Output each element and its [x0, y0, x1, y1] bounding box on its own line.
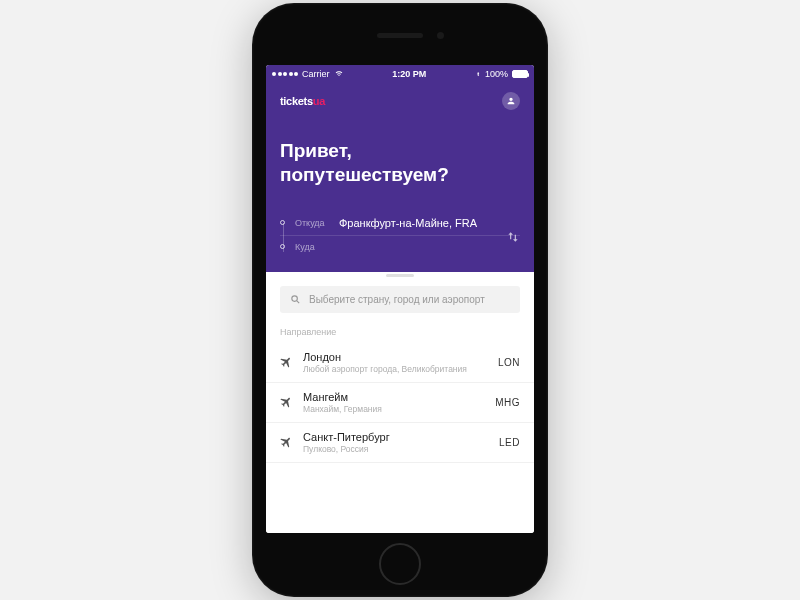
bluetooth-icon	[475, 70, 481, 79]
destination-text: Лондон Любой аэропорт города, Великобрит…	[303, 351, 488, 374]
destination-city: Санкт-Питербург	[303, 431, 489, 443]
destination-sub: Пулково, Россия	[303, 444, 489, 454]
section-title: Направление	[266, 323, 534, 343]
user-icon	[506, 96, 516, 106]
phone-frame: Carrier 1:20 PM 100% ticketsua Привет,	[252, 3, 548, 597]
search-icon	[290, 294, 301, 305]
app-screen: Carrier 1:20 PM 100% ticketsua Привет,	[266, 65, 534, 533]
route-selector: Откуда Франкфурт-на-Майне, FRA Куда	[266, 203, 534, 272]
plane-icon	[280, 356, 293, 369]
home-button[interactable]	[379, 543, 421, 585]
greeting-line-1: Привет,	[280, 139, 520, 163]
phone-camera	[437, 32, 444, 39]
destination-text: Мангейм Манхайм, Германия	[303, 391, 485, 414]
destination-code: MHG	[495, 397, 520, 408]
destination-row[interactable]: Лондон Любой аэропорт города, Великобрит…	[266, 343, 534, 383]
wifi-icon	[334, 70, 344, 78]
from-dot-icon	[280, 220, 285, 225]
from-value: Франкфурт-на-Майне, FRA	[339, 217, 520, 229]
search-placeholder: Выберите страну, город или аэропорт	[309, 294, 485, 305]
svg-point-0	[292, 295, 298, 301]
logo-text-prefix: tickets	[280, 95, 313, 107]
battery-percent: 100%	[485, 69, 508, 79]
destination-city: Лондон	[303, 351, 488, 363]
status-time: 1:20 PM	[392, 69, 426, 79]
to-label: Куда	[295, 242, 329, 252]
destination-city: Мангейм	[303, 391, 485, 403]
route-from-row[interactable]: Откуда Франкфурт-на-Майне, FRA	[280, 211, 520, 235]
swap-icon[interactable]	[506, 230, 520, 244]
carrier-label: Carrier	[302, 69, 330, 79]
status-left: Carrier	[272, 69, 344, 79]
app-header: ticketsua Привет, попутешествуем?	[266, 83, 534, 203]
destination-row[interactable]: Санкт-Питербург Пулково, Россия LED	[266, 423, 534, 463]
destination-sub: Любой аэропорт города, Великобритания	[303, 364, 488, 374]
logo-text-suffix: ua	[313, 95, 325, 107]
destination-text: Санкт-Питербург Пулково, Россия	[303, 431, 489, 454]
status-right: 100%	[475, 69, 528, 79]
greeting-line-2: попутешествуем?	[280, 163, 520, 187]
destination-code: LON	[498, 357, 520, 368]
phone-speaker	[377, 33, 423, 38]
plane-icon	[280, 396, 293, 409]
app-logo: ticketsua	[280, 95, 325, 107]
battery-icon	[512, 70, 528, 78]
greeting-title: Привет, попутешествуем?	[280, 139, 520, 187]
drag-handle[interactable]	[386, 274, 414, 277]
destination-sub: Манхайм, Германия	[303, 404, 485, 414]
destination-row[interactable]: Мангейм Манхайм, Германия MHG	[266, 383, 534, 423]
search-input[interactable]: Выберите страну, город или аэропорт	[280, 286, 520, 313]
content-panel: Выберите страну, город или аэропорт Напр…	[266, 272, 534, 534]
signal-icon	[272, 72, 298, 76]
status-bar: Carrier 1:20 PM 100%	[266, 65, 534, 83]
destination-code: LED	[499, 437, 520, 448]
to-dot-icon	[280, 244, 285, 249]
from-label: Откуда	[295, 218, 329, 228]
route-to-row[interactable]: Куда	[280, 236, 520, 258]
profile-button[interactable]	[502, 92, 520, 110]
plane-icon	[280, 436, 293, 449]
